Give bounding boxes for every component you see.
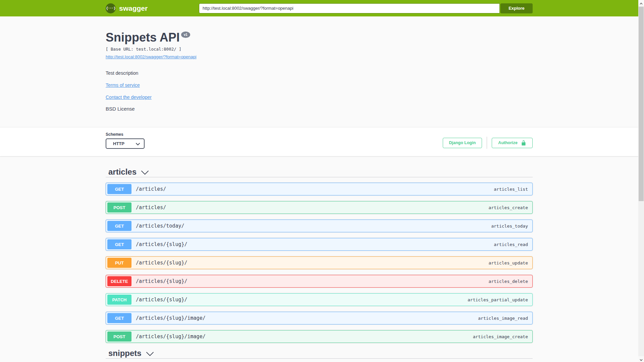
operation-path: /articles/{slug}/ xyxy=(136,278,187,284)
scrollbar-track[interactable] xyxy=(638,0,644,362)
opblock-row[interactable]: DELETE /articles/{slug}/ articles_delete xyxy=(106,275,533,288)
explore-button[interactable]: Explore xyxy=(500,3,533,13)
operation-id: articles_read xyxy=(494,242,528,247)
operation-path: /articles/ xyxy=(136,186,166,192)
opblock-row[interactable]: GET /articles/ articles_list xyxy=(106,183,533,195)
operation-path: /articles/{slug}/image/ xyxy=(136,334,206,340)
scroll-down-button[interactable] xyxy=(638,356,644,362)
authorize-button[interactable]: Authorize xyxy=(492,138,533,148)
chevron-down-icon xyxy=(640,356,643,362)
explore-form: Explore xyxy=(199,3,533,13)
api-section: articles GET /articles/ articles_list PO… xyxy=(106,167,533,343)
method-badge: GET xyxy=(107,221,131,231)
django-login-label: Django Login xyxy=(449,140,476,145)
authorize-label: Authorize xyxy=(498,140,518,145)
schemes-group: Schemes HTTP xyxy=(106,132,145,149)
schemes-selected-value: HTTP xyxy=(113,141,124,146)
divider xyxy=(487,137,487,149)
base-url: [ Base URL: test.local:8002/ ] xyxy=(106,47,533,52)
method-badge: GET xyxy=(107,184,131,194)
swagger-logo-link[interactable]: {···} swagger xyxy=(106,3,148,13)
schemes-label: Schemes xyxy=(106,132,145,137)
api-sections: articles GET /articles/ articles_list PO… xyxy=(106,167,533,362)
chevron-down-icon[interactable] xyxy=(146,349,154,358)
operation-path: /articles/ xyxy=(136,204,166,210)
method-badge: POST xyxy=(107,202,131,213)
opblock-row[interactable]: POST /articles/{slug}/image/ articles_im… xyxy=(106,330,533,343)
operations-list: GET /snippets/ snippets_list xyxy=(106,359,533,362)
chevron-up-icon xyxy=(640,0,643,6)
django-login-button[interactable]: Django Login xyxy=(443,138,482,148)
operation-path: /articles/{slug}/ xyxy=(136,241,187,247)
operation-path: /articles/today/ xyxy=(136,223,184,229)
operation-id: articles_today xyxy=(491,224,528,229)
api-info-section: Snippets APIv1 [ Base URL: test.local:80… xyxy=(0,16,638,127)
section-header[interactable]: articles xyxy=(106,167,533,177)
opblock-row[interactable]: POST /articles/ articles_create xyxy=(106,201,533,214)
operation-path: /articles/{slug}/ xyxy=(136,297,187,303)
terms-of-service-link[interactable]: Terms of service xyxy=(106,82,140,88)
scrollbar-thumb[interactable] xyxy=(639,7,644,201)
section-title: articles xyxy=(108,167,137,177)
opblock-row[interactable]: GET /articles/{slug}/image/ articles_ima… xyxy=(106,312,533,324)
operation-id: articles_delete xyxy=(489,279,528,284)
opblock-row[interactable]: GET /articles/{slug}/ articles_read xyxy=(106,238,533,251)
section-title: snippets xyxy=(108,349,142,358)
api-description: Test description xyxy=(106,70,533,76)
operation-id: articles_image_create xyxy=(473,334,528,339)
unlock-icon xyxy=(521,140,526,145)
method-badge: GET xyxy=(107,239,131,249)
operation-path: /articles/{slug}/image/ xyxy=(136,315,206,321)
section-header[interactable]: snippets xyxy=(106,349,533,358)
contact-developer-link[interactable]: Contact the developer xyxy=(106,95,152,100)
chevron-down-icon[interactable] xyxy=(141,167,149,177)
method-badge: POST xyxy=(107,331,131,342)
spec-url-input[interactable] xyxy=(199,3,500,13)
schemes-select[interactable]: HTTP xyxy=(106,138,145,149)
opblock-row[interactable]: PATCH /articles/{slug}/ articles_partial… xyxy=(106,293,533,306)
swagger-logo-text: swagger xyxy=(119,4,148,12)
page-title: Snippets API xyxy=(106,31,180,45)
operation-id: articles_list xyxy=(494,187,528,192)
operation-id: articles_image_read xyxy=(478,316,528,321)
version-badge: v1 xyxy=(181,32,190,38)
method-badge: DELETE xyxy=(107,276,131,286)
api-section: snippets GET /snippets/ snippets_list xyxy=(106,349,533,362)
chevron-down-icon xyxy=(136,141,140,147)
opblock-row[interactable]: PUT /articles/{slug}/ articles_update xyxy=(106,256,533,269)
method-badge: GET xyxy=(107,313,131,323)
topbar: {···} swagger Explore xyxy=(0,0,638,16)
scheme-container: Schemes HTTP Django Login Authorize xyxy=(0,127,638,156)
method-badge: PUT xyxy=(107,258,131,268)
operation-id: articles_partial_update xyxy=(468,297,528,302)
license-label: BSD License xyxy=(106,106,533,112)
operations-list: GET /articles/ articles_list POST /artic… xyxy=(106,177,533,343)
opblock-row[interactable]: GET /articles/today/ articles_today xyxy=(106,220,533,232)
operation-id: articles_update xyxy=(489,260,528,265)
method-badge: PATCH xyxy=(107,295,131,305)
operation-path: /articles/{slug}/ xyxy=(136,260,187,266)
auth-wrapper: Django Login Authorize xyxy=(443,137,533,149)
scroll-up-button[interactable] xyxy=(638,0,644,6)
swagger-logo-icon: {···} xyxy=(106,3,116,13)
spec-download-link[interactable]: http://test.local:8002/swagger/?format=o… xyxy=(106,54,197,59)
operation-id: articles_create xyxy=(489,205,528,210)
